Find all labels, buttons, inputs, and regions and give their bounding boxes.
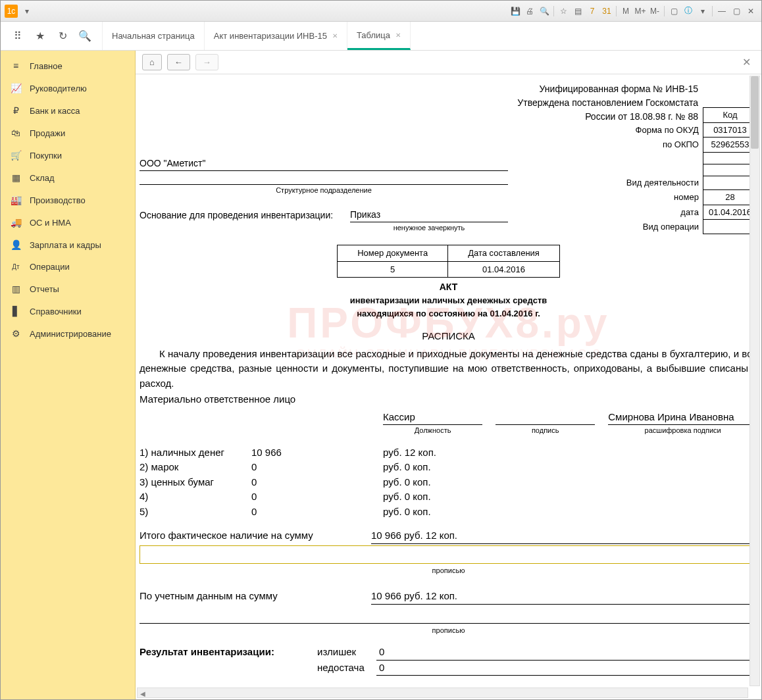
info-icon[interactable]: ⓘ bbox=[682, 5, 695, 18]
mminus-icon[interactable]: M- bbox=[648, 5, 661, 18]
sidebar-item-label: Администрирование bbox=[30, 329, 111, 339]
titlebar-right: 💾 🖨 🔍 ☆ ▤ 7 31 M M+ M- ▢ ⓘ ▾ — ▢ ✕ bbox=[509, 5, 757, 18]
propis-label: прописью bbox=[140, 565, 757, 576]
scrollbar-thumb[interactable] bbox=[751, 76, 759, 149]
separator bbox=[553, 6, 554, 16]
money-row: 3) ценных бумаг0руб. 0 коп. bbox=[140, 475, 757, 490]
uchet-value: 10 966 руб. 12 коп. bbox=[371, 589, 757, 605]
truck-icon: 🚚 bbox=[10, 217, 22, 228]
print-icon[interactable]: 🖨 bbox=[523, 5, 536, 18]
apps-icon[interactable]: ⠿ bbox=[11, 30, 24, 43]
search-icon[interactable]: 🔍 bbox=[78, 30, 91, 43]
sidebar-item-manager[interactable]: 📈Руководителю bbox=[1, 77, 135, 99]
panel-icon[interactable]: ▢ bbox=[667, 5, 680, 18]
sidebar-item-warehouse[interactable]: ▦Склад bbox=[1, 166, 135, 189]
akt-title: АКТ bbox=[140, 280, 757, 294]
fav-icon[interactable]: ★ bbox=[34, 30, 47, 43]
total-label: Итого фактическое наличие на сумму bbox=[140, 528, 371, 544]
ruble-icon: ₽ bbox=[10, 105, 22, 116]
form-header-line: Утверждена постановлением Госкомстата bbox=[140, 96, 698, 110]
sidebar-item-sales[interactable]: 🛍Продажи bbox=[1, 122, 135, 144]
money-row: 5)0руб. 0 коп. bbox=[140, 505, 757, 520]
minimize-button[interactable]: — bbox=[715, 5, 728, 18]
grid-icon: ▦ bbox=[10, 172, 22, 183]
forward-button[interactable]: → bbox=[195, 54, 218, 70]
tab-inv15[interactable]: Акт инвентаризации ИНВ-15✕ bbox=[205, 22, 347, 50]
document: ПРОФБУХ8.ру ОНЛАЙН-СЕМИНАРЫ ВИДЕОКУРСЫ 1… bbox=[136, 74, 761, 699]
titlebar: 1c ▾ 💾 🖨 🔍 ☆ ▤ 7 31 M M+ M- ▢ ⓘ ▾ — ▢ ✕ bbox=[1, 1, 761, 22]
org-name: ООО "Аметист" bbox=[140, 157, 508, 171]
basis-label: Основание для проведения инвентаризации: bbox=[140, 209, 350, 222]
sidebar-item-main[interactable]: ≡Главное bbox=[1, 55, 135, 77]
app-window: 1c ▾ 💾 🖨 🔍 ☆ ▤ 7 31 M M+ M- ▢ ⓘ ▾ — ▢ ✕ bbox=[0, 0, 762, 700]
maximize-button[interactable]: ▢ bbox=[730, 5, 743, 18]
podpis-lbl: подпись bbox=[495, 425, 595, 436]
close-icon[interactable]: ✕ bbox=[395, 32, 401, 39]
info-dd-icon[interactable]: ▾ bbox=[696, 5, 709, 18]
close-button[interactable]: ✕ bbox=[744, 5, 757, 18]
scrollbar-vertical[interactable] bbox=[749, 76, 760, 686]
history-icon[interactable]: ↻ bbox=[56, 30, 69, 43]
dolzhnost: Кассир bbox=[383, 410, 482, 426]
sidebar-item-hr[interactable]: 👤Зарплата и кадры bbox=[1, 234, 135, 256]
okud-label: Форма по ОКУД bbox=[621, 122, 703, 138]
doc-scroll[interactable]: ПРОФБУХ8.ру ОНЛАЙН-СЕМИНАРЫ ВИДЕОКУРСЫ 1… bbox=[136, 74, 761, 699]
form-header-line: Унифицированная форма № ИНВ-15 bbox=[140, 82, 698, 96]
sidebar-item-production[interactable]: 🏭Производство bbox=[1, 189, 135, 211]
m-icon[interactable]: M bbox=[619, 5, 632, 18]
sidebar-item-bank[interactable]: ₽Банк и касса bbox=[1, 99, 135, 122]
scrollbar-horizontal[interactable]: ◀ bbox=[137, 688, 748, 698]
vid-op-label: Вид операции bbox=[621, 220, 703, 234]
sidebar-item-reports[interactable]: ▥Отчеты bbox=[1, 278, 135, 300]
close-doc-icon[interactable]: ✕ bbox=[738, 56, 755, 68]
person-icon: 👤 bbox=[10, 239, 22, 250]
back-button[interactable]: ← bbox=[167, 54, 190, 70]
separator bbox=[712, 6, 713, 16]
blank-line bbox=[140, 623, 757, 624]
cal31-icon[interactable]: 31 bbox=[600, 5, 613, 18]
home-button[interactable]: ⌂ bbox=[142, 54, 162, 70]
star-icon[interactable]: ☆ bbox=[557, 5, 570, 18]
sidebar-item-label: Производство bbox=[30, 195, 86, 205]
selected-row[interactable] bbox=[140, 545, 757, 564]
dropdown-icon[interactable]: ▾ bbox=[20, 5, 34, 18]
fio: Смирнова Ирина Ивановна bbox=[608, 410, 757, 426]
akt-sub1: инвентаризации наличных денежных средств bbox=[140, 294, 757, 307]
save-icon[interactable]: 💾 bbox=[509, 5, 522, 18]
chart-icon: 📈 bbox=[10, 83, 22, 93]
sidebar-item-label: Склад bbox=[30, 173, 55, 183]
basis-value: Приказ bbox=[350, 208, 508, 222]
book-icon[interactable]: ▤ bbox=[571, 5, 584, 18]
sidebar-item-operations[interactable]: ДтОперации bbox=[1, 256, 135, 278]
main: ⌂ ← → ✕ ПРОФБУХ8.ру ОНЛАЙН-СЕМИНАРЫ ВИДЕ… bbox=[136, 51, 761, 699]
sidebar-item-assets[interactable]: 🚚ОС и НМА bbox=[1, 211, 135, 234]
money-row: 4)0руб. 0 коп. bbox=[140, 489, 757, 505]
docdate-value: 01.04.2016 bbox=[448, 261, 560, 278]
tabs-row: ⠿ ★ ↻ 🔍 Начальная страница Акт инвентари… bbox=[1, 22, 761, 51]
ned-label: недостача bbox=[317, 661, 376, 676]
sidebar-item-refs[interactable]: ▋Справочники bbox=[1, 300, 135, 322]
app-icon[interactable]: 1c bbox=[5, 5, 18, 18]
cal7-icon[interactable]: 7 bbox=[586, 5, 599, 18]
mplus-icon[interactable]: M+ bbox=[634, 5, 647, 18]
money-rows: 1) наличных денег10 966руб. 12 коп. 2) м… bbox=[140, 445, 757, 520]
uchet-row: По учетным данным на сумму 10 966 руб. 1… bbox=[140, 589, 757, 605]
money-row: 2) марок0руб. 0 коп. bbox=[140, 460, 757, 475]
paragraph: К началу проведения инвентаризации все р… bbox=[140, 347, 757, 391]
izl-value: 0 bbox=[376, 645, 757, 661]
sidebar-item-admin[interactable]: ⚙Администрирование bbox=[1, 322, 135, 345]
scroll-left-icon[interactable]: ◀ bbox=[138, 689, 148, 699]
form-header-line: России от 18.08.98 г. № 88 bbox=[140, 110, 698, 124]
close-icon[interactable]: ✕ bbox=[332, 32, 338, 39]
tab-table[interactable]: Таблица✕ bbox=[347, 22, 411, 50]
tab-label: Таблица bbox=[357, 30, 390, 40]
tabs: Начальная страница Акт инвентаризации ИН… bbox=[103, 22, 411, 50]
sidebar-item-purchases[interactable]: 🛒Покупки bbox=[1, 144, 135, 166]
total-row: Итого фактическое наличие на сумму 10 96… bbox=[140, 528, 757, 544]
titlebar-left: 1c ▾ bbox=[5, 5, 34, 18]
preview-icon[interactable]: 🔍 bbox=[538, 5, 551, 18]
basis-hint: ненужное зачеркнуть bbox=[350, 222, 508, 234]
sidebar-item-label: Руководителю bbox=[30, 84, 87, 93]
tabs-tools: ⠿ ★ ↻ 🔍 bbox=[1, 22, 103, 50]
tab-home[interactable]: Начальная страница bbox=[103, 22, 205, 50]
